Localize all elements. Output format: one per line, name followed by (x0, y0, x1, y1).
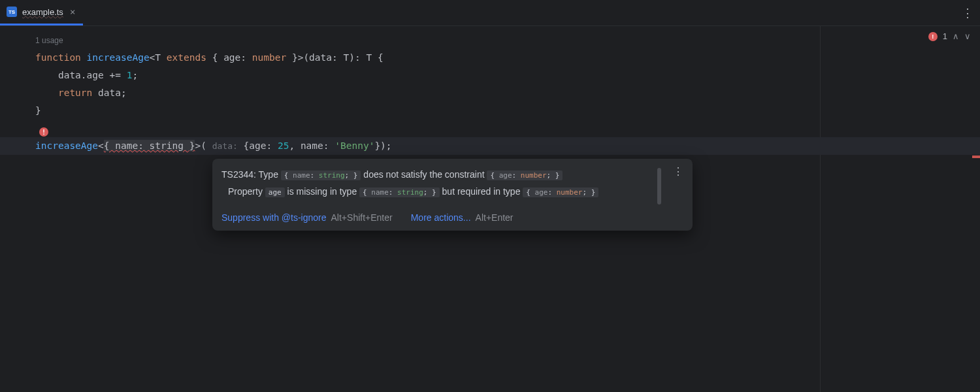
msg-text: : Type (253, 169, 281, 180)
tab-filename: example.ts (22, 7, 63, 17)
tab-bar: TS example.ts × ⋮ (0, 0, 980, 26)
prop-key: age (249, 140, 266, 151)
prop-age: age (223, 52, 240, 63)
string-literal: 'Benny' (335, 140, 374, 151)
gutter[interactable] (0, 26, 33, 392)
type-chip: { age: number; } (487, 171, 563, 180)
msg-text: Property (228, 186, 265, 197)
error-tooltip: ⋮ TS2344: Type { name: string; } does no… (212, 159, 693, 231)
suppress-action[interactable]: Suppress with @ts-ignore (221, 212, 327, 223)
msg-text: is missing in type (285, 186, 359, 197)
error-span: { name: string } (104, 140, 195, 152)
typescript-file-icon: TS (7, 7, 17, 17)
inlay-hint: data: (212, 141, 238, 151)
generic-param: T (155, 52, 161, 63)
function-name: increaseAge (87, 52, 150, 63)
param-data: data (309, 52, 332, 63)
error-message: TS2344: Type { name: string; } does not … (221, 167, 683, 201)
type-chip: { age: number; } (523, 188, 598, 197)
type-chip: { name: string; } (281, 171, 361, 180)
error-code: TS2344 (221, 169, 253, 180)
return-type: T (366, 52, 372, 63)
tooltip-actions: Suppress with @ts-ignore Alt+Shift+Enter… (221, 212, 683, 223)
msg-text: but required in type (440, 186, 523, 197)
prop-key: name (301, 140, 323, 151)
function-call: increaseAge (35, 140, 98, 151)
tab-bar-more-icon[interactable]: ⋮ (962, 6, 973, 20)
close-tab-icon[interactable]: × (69, 7, 76, 17)
keyword-function: function (35, 52, 81, 63)
intention-bulb-icon[interactable]: ! (39, 127, 48, 137)
msg-text: does not satisfy the constraint (361, 169, 487, 180)
prop-chip: age (265, 188, 285, 197)
shortcut-hint: Alt+Shift+Enter (331, 212, 393, 223)
current-line: increaseAge<{ name: string }>( data: {ag… (0, 137, 980, 155)
file-tab[interactable]: TS example.ts × (0, 0, 83, 25)
keyword-extends: extends (167, 52, 206, 63)
shortcut-hint: Alt+Enter (476, 212, 514, 223)
more-actions[interactable]: More actions... (411, 212, 471, 223)
number-literal: 25 (278, 140, 289, 151)
editor[interactable]: ! 1 usage function increaseAge<T extends… (0, 26, 980, 392)
tooltip-scrollbar[interactable] (657, 168, 661, 204)
type-number: number (252, 52, 286, 63)
keyword-return: return (58, 88, 92, 98)
tooltip-more-icon[interactable]: ⋮ (673, 165, 683, 178)
code-text: ; (132, 70, 138, 80)
type-chip: { name: string; } (359, 188, 440, 197)
code-text: data; (92, 88, 126, 98)
usage-hint[interactable]: 1 usage (35, 36, 63, 45)
param-type: T (344, 52, 350, 63)
code-area[interactable]: 1 usage function increaseAge<T extends {… (0, 26, 980, 155)
code-text: data.age += (58, 70, 127, 80)
